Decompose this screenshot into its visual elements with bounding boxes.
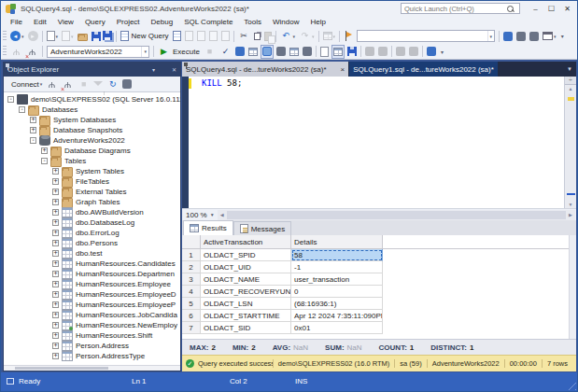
find-in-files-icon-dropdown-icon[interactable]: ▾	[333, 34, 336, 39]
tree-item[interactable]: +System Tables	[4, 166, 180, 176]
window-layout-icon-dropdown-icon[interactable]: ▾	[554, 34, 557, 39]
open-folder-icon[interactable]	[77, 29, 89, 43]
expander-icon[interactable]: +	[52, 178, 59, 185]
expander-icon[interactable]: +	[52, 301, 59, 308]
document-tab-2[interactable]: SQLQuery1.sql - de...tureWorks2022 (sa)*	[349, 62, 498, 77]
row-number-cell[interactable]: 2	[182, 261, 201, 273]
scroll-right-icon[interactable]: ▶	[566, 210, 575, 220]
expander-icon[interactable]: +	[52, 260, 59, 267]
close-tab-icon[interactable]: ×	[341, 65, 345, 74]
tree-horizontal-scrollbar[interactable]	[4, 365, 180, 371]
save-all-icon[interactable]	[104, 29, 113, 43]
expander-icon[interactable]: +	[52, 291, 59, 298]
grid-corner-cell[interactable]	[182, 235, 201, 249]
include-actual-plan-icon[interactable]	[289, 45, 300, 59]
grid-cell[interactable]: OLDACT_LSN	[201, 298, 291, 310]
splitter-handle[interactable]: ÷	[565, 77, 576, 85]
tree-item[interactable]: +dbo.test	[4, 248, 180, 259]
change-connection-icon[interactable]: Ψ	[25, 45, 39, 59]
tree-item[interactable]: +Database Diagrams	[4, 146, 180, 156]
expander-icon[interactable]: +	[52, 189, 59, 195]
pin-icon[interactable]	[331, 65, 338, 74]
close-button[interactable]: ✕	[559, 2, 575, 15]
parse-icon[interactable]: ✓	[219, 45, 233, 59]
undo-icon[interactable]: ↶▾	[279, 29, 297, 43]
menu-debug[interactable]: Debug	[146, 18, 179, 26]
database-combo-dropdown-icon[interactable]: ▾	[141, 47, 148, 57]
cut-icon[interactable]: ✂	[237, 29, 251, 43]
scroll-left-icon[interactable]: ◀	[218, 210, 227, 220]
query-editor[interactable]: KILL 58; ÷ ▲ ▼	[182, 77, 576, 208]
intellisense-enabled-icon[interactable]	[261, 45, 274, 59]
include-client-statistics-icon[interactable]	[302, 45, 313, 59]
expander-icon[interactable]: -	[19, 106, 25, 113]
zoom-selector[interactable]: 100 % ▼	[184, 210, 217, 220]
expander-icon[interactable]: +	[52, 240, 59, 246]
menu-project[interactable]: Project	[111, 18, 146, 26]
specify-template-values-icon[interactable]	[275, 45, 287, 59]
window-layout-icon[interactable]: ▾	[542, 29, 557, 43]
menu-query[interactable]: Query	[79, 18, 111, 26]
tree-item[interactable]: +dbo.AWBuildVersion	[4, 207, 180, 217]
nav-backward-icon-dropdown-icon[interactable]: ▾	[21, 34, 24, 39]
connect-menu-button-dropdown-icon[interactable]: ▾	[40, 81, 43, 87]
sql-complete-flag-icon[interactable]	[343, 29, 354, 43]
toolbox-icon[interactable]	[529, 29, 540, 43]
grid-cell[interactable]: Apr 12 2024 7:35:11:090PM	[291, 310, 383, 322]
sql-complete-execute-icon[interactable]	[502, 29, 514, 43]
expander-icon[interactable]: +	[52, 312, 59, 318]
tree-item[interactable]: +HumanResources.NewEmploy	[4, 320, 180, 330]
tree-item[interactable]: +dbo.Persons	[4, 238, 180, 248]
expander-icon[interactable]: +	[30, 117, 36, 123]
expander-icon[interactable]: +	[52, 332, 59, 339]
save-icon[interactable]	[91, 29, 102, 43]
menu-tools[interactable]: Tools	[238, 18, 267, 26]
redo-icon-dropdown-icon[interactable]: ▾	[312, 34, 315, 39]
row-number-cell[interactable]: 6	[182, 310, 201, 322]
tree-item[interactable]: +HumanResources.EmployeeD	[4, 289, 180, 300]
expander-icon[interactable]: +	[30, 127, 36, 133]
tree-item[interactable]: +FileTables	[4, 176, 180, 187]
add-item-icon-dropdown-icon[interactable]: ▾	[71, 34, 74, 39]
connect-menu-button[interactable]: Connect▾	[7, 77, 43, 91]
analyze-query-icon[interactable]	[234, 45, 246, 59]
tree-item[interactable]: -demo\SQLEXPRESS02 (SQL Server 16.0.1115	[4, 94, 180, 105]
database-combo[interactable]: AdventureWorks2022▾	[47, 46, 149, 58]
database-engine-query-icon[interactable]	[172, 29, 182, 43]
resize-grip[interactable]	[569, 383, 576, 390]
tab-results[interactable]: Results	[183, 220, 233, 235]
menu-help[interactable]: Help	[304, 18, 331, 26]
row-number-cell[interactable]: 4	[182, 286, 201, 298]
copy-icon[interactable]	[253, 29, 261, 43]
new-file-icon[interactable]: ▾	[46, 29, 60, 43]
grid-cell[interactable]: OLDACT_SID	[201, 322, 291, 334]
grid-cell[interactable]: 0	[291, 286, 383, 298]
tree-item[interactable]: +Person.AddressType	[4, 351, 180, 361]
refresh-icon[interactable]: ↻	[106, 77, 120, 91]
auto-refresh-icon[interactable]	[121, 77, 133, 91]
expander-icon[interactable]: -	[7, 96, 14, 103]
grid-cell[interactable]: OLDACT_NAME	[201, 273, 291, 286]
disconnect-icon[interactable]: Ψ	[61, 77, 75, 91]
sql-complete-search-combo-dropdown-icon[interactable]: ▾	[487, 31, 495, 41]
tree-item[interactable]: +HumanResources.Departmen	[4, 269, 180, 279]
menu-file[interactable]: File	[5, 18, 28, 26]
code-area[interactable]: KILL 58;	[189, 77, 564, 208]
sql-complete-search-combo[interactable]: ▾	[357, 30, 495, 42]
hscroll-thumb[interactable]	[227, 211, 566, 219]
tree-item[interactable]: +External Tables	[4, 187, 180, 197]
tree-item[interactable]: +Graph Tables	[4, 197, 180, 207]
editor-horizontal-scrollbar[interactable]: ◀ ▶	[218, 210, 575, 220]
expander-icon[interactable]: +	[52, 281, 59, 287]
tree-item[interactable]: +HumanResources.Employee	[4, 279, 180, 289]
grid-cell[interactable]: (68:16936:1)	[291, 298, 383, 310]
menu-sql-complete[interactable]: SQL Complete	[178, 18, 238, 26]
execute-button[interactable]: ▶Execute	[157, 45, 201, 59]
tree-item[interactable]: +dbo.DatabaseLog	[4, 217, 180, 228]
row-number-cell[interactable]: 3	[182, 273, 201, 286]
expander-icon[interactable]: +	[52, 343, 59, 349]
quick-launch-input[interactable]	[402, 5, 506, 13]
grid-cell[interactable]: -1	[291, 261, 383, 273]
minimize-button[interactable]: –	[528, 2, 543, 15]
toolbar-overflow-button[interactable]: ▾	[441, 49, 444, 55]
